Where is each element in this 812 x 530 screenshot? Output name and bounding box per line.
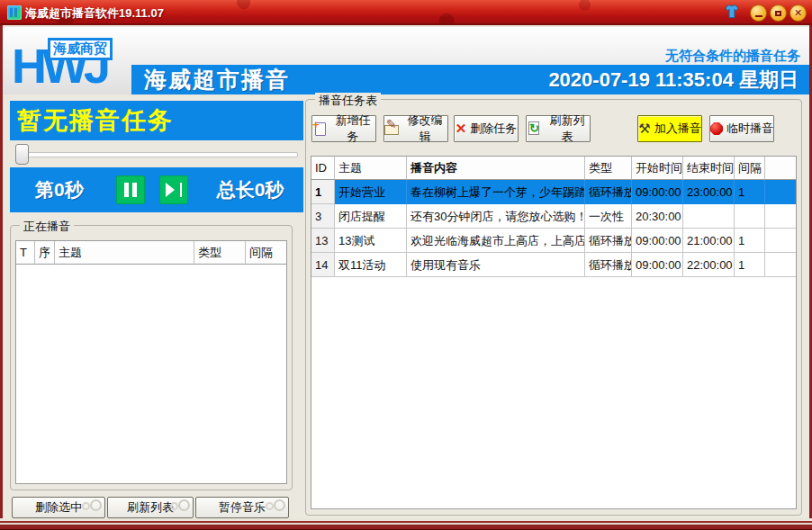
column-header: 主题: [335, 157, 407, 180]
column-header: 主题: [55, 241, 194, 265]
broadcast-status-message: 无符合条件的播音任务: [665, 48, 800, 65]
table-row[interactable]: 1 开始营业 春在柳树上爆了一个芽，少年踢踏着 循环播放 09:00:00 23…: [311, 180, 796, 204]
refresh-list-button-left[interactable]: 刷新列表: [107, 497, 194, 518]
column-header: 间隔: [246, 241, 286, 265]
column-header: 结束时间: [683, 157, 735, 180]
close-icon: ✕: [794, 8, 802, 18]
delete-x-icon: ✕: [456, 121, 467, 136]
now-playing-group-title: 正在播音: [20, 219, 74, 235]
table-row[interactable]: 14 双11活动 使用现有音乐 循环播放 09:00:00 22:00:00 1: [311, 253, 796, 277]
skin-button[interactable]: [722, 4, 742, 22]
cloud-ornament-icon: [171, 499, 191, 510]
new-document-icon: +: [312, 121, 327, 136]
player-bar: 第0秒 总长0秒: [10, 167, 303, 212]
column-header: 间隔: [735, 157, 765, 180]
app-icon: [7, 5, 22, 20]
app-window: 海威超市播音软件19.11.07 ✕ HWJ 海威商贸 无符合条件的播音任务 海…: [0, 0, 812, 530]
cloud-ornament-icon: [83, 499, 103, 510]
column-header: ID: [311, 157, 335, 180]
pause-music-button[interactable]: 暂停音乐: [195, 497, 289, 518]
tools-icon: ⚒: [638, 121, 650, 136]
task-table-group-title: 播音任务表: [315, 93, 381, 109]
app-title: 海威超市播音: [144, 65, 290, 94]
column-header: 播音内容: [407, 157, 585, 180]
now-playing-banner: 暂无播音任务: [10, 101, 303, 140]
maximize-button[interactable]: [770, 4, 787, 22]
column-header: 序: [35, 241, 55, 265]
datetime-display: 2020-07-19 11:35:04 星期日: [548, 67, 798, 94]
pause-icon: [124, 183, 129, 197]
task-table-header: ID 主题 播音内容 类型 开始时间 结束时间 间隔: [311, 157, 796, 180]
add-broadcast-button[interactable]: ⚒ 加入播音: [637, 115, 702, 142]
header: HWJ 海威商贸 无符合条件的播音任务 海威超市播音 2020-07-19 11…: [3, 27, 809, 94]
refresh-icon: ↻: [527, 121, 541, 136]
pause-button[interactable]: [116, 175, 145, 204]
table-row[interactable]: 3 闭店提醒 还有30分钟闭店，请您放心选购！ 一次性 20:30:00: [311, 204, 796, 229]
titlebar[interactable]: 海威超市播音软件19.11.07 ✕: [0, 0, 812, 25]
total-time-label: 总长0秒: [217, 177, 284, 202]
table-row[interactable]: 13 13测试 欢迎光临海威超市上高店，上高店即 循环播放 09:00:00 2…: [311, 229, 796, 253]
delete-task-button[interactable]: ✕ 删除任务: [454, 115, 519, 142]
column-header: 类型: [194, 241, 246, 265]
column-header: 开始时间: [632, 157, 683, 180]
column-header: 类型: [585, 157, 632, 180]
now-playing-group: 正在播音 T 序 主题 类型 间隔: [10, 225, 293, 490]
maximize-icon: [775, 11, 781, 16]
cloud-ornament-icon: [266, 499, 286, 510]
logo-badge: 海威商贸: [48, 38, 113, 60]
window-title: 海威超市播音软件19.11.07: [25, 5, 164, 22]
slider-track[interactable]: [15, 152, 298, 157]
task-table[interactable]: ID 主题 播音内容 类型 开始时间 结束时间 间隔 1 开始营业 春在柳树上爆…: [311, 156, 797, 509]
edit-pencil-icon: ✎: [384, 121, 399, 136]
slider-thumb[interactable]: [15, 144, 29, 165]
window-bottom-border: [0, 518, 812, 530]
refresh-list-button[interactable]: ↻ 刷新列表: [526, 115, 591, 142]
delete-selected-button[interactable]: 删除选中: [12, 497, 105, 518]
new-task-button[interactable]: + 新增任务: [311, 115, 376, 142]
close-button[interactable]: ✕: [789, 4, 807, 22]
next-track-button[interactable]: [159, 175, 188, 204]
shirt-icon: [723, 3, 741, 23]
edit-task-button[interactable]: ✎ 修改编辑: [383, 115, 448, 142]
company-logo: HWJ 海威商贸: [12, 40, 131, 94]
now-playing-table-header: T 序 主题 类型 间隔: [16, 241, 286, 265]
elapsed-time-label: 第0秒: [35, 177, 84, 202]
stop-sign-icon: [710, 122, 723, 135]
task-toolbar: + 新增任务 ✎ 修改编辑 ✕ 删除任务 ↻ 刷新列表 ⚒ 加入播音 临时播音: [311, 114, 774, 143]
header-blue-bar: 海威超市播音 2020-07-19 11:35:04 星期日: [131, 65, 809, 94]
now-playing-table[interactable]: T 序 主题 类型 间隔: [15, 240, 287, 484]
playback-slider[interactable]: [10, 144, 303, 164]
minimize-icon: [755, 15, 762, 17]
task-table-group: 播音任务表 + 新增任务 ✎ 修改编辑 ✕ 删除任务 ↻ 刷新列表 ⚒ 加入播音: [305, 99, 802, 516]
now-playing-actions: 删除选中 刷新列表 暂停音乐: [12, 497, 289, 518]
temp-broadcast-button[interactable]: 临时播音: [709, 115, 774, 142]
column-header: T: [16, 241, 35, 265]
next-track-icon: [166, 183, 175, 197]
minimize-button[interactable]: [750, 4, 767, 22]
